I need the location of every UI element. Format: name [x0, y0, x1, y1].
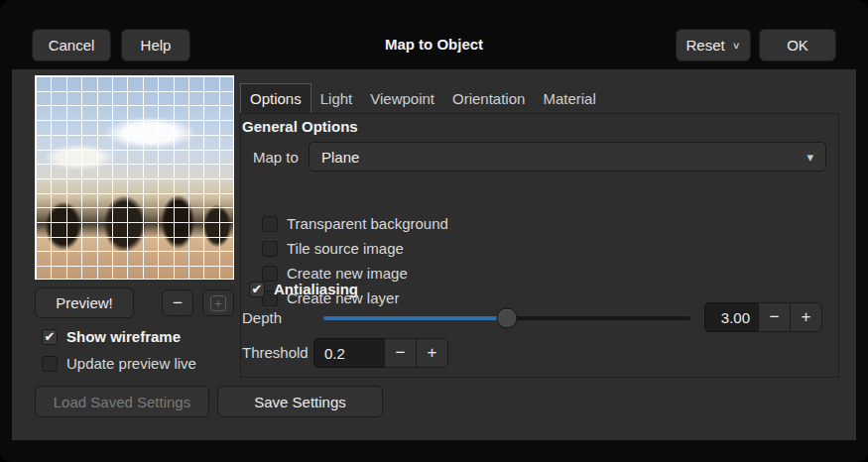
zoom-in-icon: +	[210, 295, 226, 311]
tab-viewpoint[interactable]: Viewpoint	[361, 83, 443, 113]
checkbox-unchecked-icon	[262, 266, 278, 282]
chevron-down-icon: ∨	[732, 40, 741, 51]
save-settings-button[interactable]: Save Settings	[217, 386, 383, 417]
section-title: General Options	[242, 118, 358, 135]
update-preview-live-label: Update preview live	[66, 355, 196, 372]
preview-image	[35, 75, 234, 280]
ok-button[interactable]: OK	[759, 29, 836, 61]
checkbox-unchecked-icon	[42, 356, 58, 372]
checkbox-unchecked-icon	[262, 241, 278, 257]
update-preview-live-checkbox[interactable]: Update preview live	[42, 355, 196, 372]
transparent-background-label: Transparent background	[287, 215, 448, 232]
tab-options[interactable]: Options	[240, 83, 311, 113]
create-new-image-label: Create new image	[287, 265, 408, 282]
checkbox-unchecked-icon	[262, 216, 278, 232]
reset-button-label: Reset	[686, 37, 725, 54]
threshold-label: Threshold	[242, 344, 309, 361]
tile-source-image-checkbox[interactable]: Tile source image	[262, 240, 404, 257]
tile-source-image-label: Tile source image	[287, 240, 404, 257]
checkbox-checked-icon: ✔	[249, 282, 265, 297]
create-new-image-checkbox[interactable]: Create new image	[262, 265, 408, 282]
map-to-dropdown[interactable]: Plane ▾	[309, 142, 826, 172]
depth-slider-handle[interactable]	[497, 308, 518, 329]
antialiasing-label: Antialiasing	[274, 281, 358, 297]
map-to-label: Map to	[253, 149, 299, 166]
depth-decrement-button[interactable]: −	[758, 302, 791, 332]
antialiasing-checkbox[interactable]: ✔ Antialiasing	[249, 281, 358, 297]
preview-button[interactable]: Preview!	[35, 288, 134, 318]
threshold-decrement-button[interactable]: −	[384, 338, 417, 368]
transparent-background-checkbox[interactable]: Transparent background	[262, 215, 448, 232]
depth-slider[interactable]	[323, 316, 690, 320]
threshold-value-field[interactable]: 0.2	[313, 338, 385, 368]
zoom-out-button[interactable]: −	[162, 289, 193, 316]
show-wireframe-label: Show wireframe	[66, 328, 181, 345]
options-panel: General Options Map to Plane ▾ Transpare…	[240, 113, 839, 378]
zoom-in-button[interactable]: +	[202, 289, 234, 316]
depth-label: Depth	[242, 309, 282, 326]
tab-material[interactable]: Material	[534, 83, 604, 113]
depth-increment-button[interactable]: +	[790, 302, 822, 332]
checkbox-checked-icon: ✔	[42, 329, 58, 345]
map-to-object-dialog: Cancel Help Map to Object Reset ∨ OK Pre…	[0, 0, 868, 462]
threshold-increment-button[interactable]: +	[416, 338, 448, 368]
tab-orientation[interactable]: Orientation	[443, 83, 534, 113]
dropdown-arrow-icon: ▾	[806, 150, 813, 165]
depth-value-field[interactable]: 3.00	[704, 302, 759, 332]
reset-button[interactable]: Reset ∨	[676, 29, 751, 61]
show-wireframe-checkbox[interactable]: ✔ Show wireframe	[42, 328, 181, 345]
map-to-selected-value: Plane	[321, 149, 359, 166]
load-saved-settings-button[interactable]: Load Saved Settings	[35, 386, 209, 417]
tab-light[interactable]: Light	[311, 83, 362, 113]
notebook-tabs: Options Light Viewpoint Orientation Mate…	[240, 83, 839, 113]
